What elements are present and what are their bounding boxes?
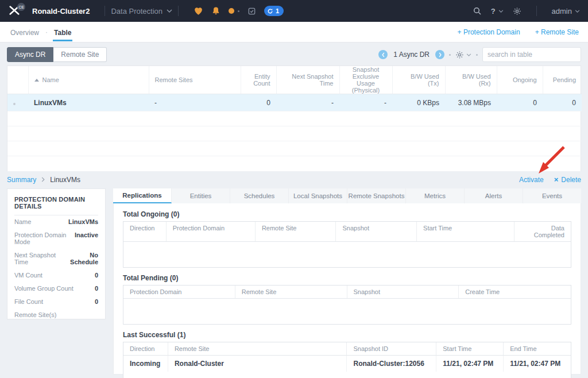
col-snapshot-id: Snapshot ID [347,342,436,355]
col-bw-used-tx[interactable]: B/W Used (Tx) [392,66,445,94]
chevron-down-icon [167,9,172,13]
nutanix-logo[interactable]: CE [8,4,25,18]
col-remote-site: Remote Site [168,342,347,355]
delete-button[interactable]: ×Delete [554,175,581,184]
app-menu-label: Data Protection [111,7,163,16]
last-successful-row[interactable]: Incoming Ronald-Cluster Ronald-Cluster:1… [123,356,571,372]
cell-remote-sites: - [149,94,241,111]
table-toolbar: Async DR Remote Site 1 Async DR [7,47,581,62]
col-snapshot-exclusive-usage[interactable]: Snapshot Exclusive Usage (Physical) [339,66,392,94]
tab-table[interactable]: Table [53,23,72,41]
tasks-count: 1 [276,7,279,14]
details-row-next-snapshot: Next Snapshot Time No Schedule [14,249,98,269]
cell-snapshot-id: Ronald-Cluster:12056 [347,356,436,372]
top-bar: CE Ronald-Cluster2 Data Protection 1 [0,0,588,22]
col-start-time: Start Time [436,342,504,355]
col-remote-site: Remote Site [235,286,347,298]
total-pending-section: Total Pending (0) Protection Domain Remo… [123,274,571,325]
gear-icon [455,51,464,59]
total-ongoing-section: Total Ongoing (0) Direction Protection D… [123,210,571,268]
cell-bw-used-rx: 3.08 MBps [445,94,497,111]
async-dr-toggle[interactable]: Async DR [7,47,53,62]
tab-alerts[interactable]: Alerts [465,188,523,203]
add-protection-domain-link[interactable]: + Protection Domain [458,28,520,36]
last-successful-table: Direction Remote Site Snapshot ID Start … [123,342,571,378]
empty-row [7,111,582,126]
help-label: ? [491,7,496,16]
details-row-name: Name LinuxVMs [14,215,98,229]
col-next-snapshot-time[interactable]: Next Snapshot Time [276,66,339,94]
help-menu[interactable]: ? [491,7,504,16]
tab-schedules[interactable]: Schedules [230,188,289,203]
table-header-row: Direction Protection Domain Remote Site … [123,222,571,242]
table-search [482,47,581,62]
separator-dot [476,54,478,56]
remote-site-toggle[interactable]: Remote Site [53,47,107,62]
cell-start-time: 11/21, 02:47 PM [436,356,504,372]
tab-local-snapshots[interactable]: Local Snapshots [289,188,347,203]
cell-direction: Incoming [123,356,168,372]
pager-prev-button[interactable] [378,50,388,59]
cell-remote-site: Ronald-Cluster [168,356,347,372]
warning-dot-icon[interactable] [229,8,234,14]
details-row-vm-count: VM Count 0 [14,269,98,282]
chevron-down-icon [466,53,471,56]
row-gutter [7,94,28,111]
cell-bw-used-tx: 0 KBps [392,94,445,111]
cluster-name[interactable]: Ronald-Cluster2 [32,7,90,16]
tab-remote-snapshots[interactable]: Remote Snapshots [347,188,406,203]
chevron-down-icon [575,10,580,13]
details-row-volume-group-count: Volume Group Count 0 [14,282,98,295]
col-ongoing[interactable]: Ongoing [497,66,543,94]
tab-metrics[interactable]: Metrics [406,188,465,203]
app-menu-dropdown[interactable]: Data Protection [111,7,172,16]
protection-domain-details-panel: PROTECTION DOMAIN DETAILS Name LinuxVMs … [7,188,106,319]
alerts-bell-icon[interactable] [211,6,220,16]
col-name[interactable]: Name [28,66,149,94]
cell-entity-count: 0 [241,94,276,111]
tasks-badge[interactable]: 1 [264,6,284,16]
add-remote-site-link[interactable]: + Remote Site [535,28,579,36]
table-row-linuxvms[interactable]: LinuxVMs - 0 - - 0 KBps 3.08 MBps 0 0 [7,94,582,111]
breadcrumb-summary-link[interactable]: Summary [7,176,36,184]
activate-button[interactable]: Activate [519,176,544,184]
main-content: Async DR Remote Site 1 Async DR [0,43,588,378]
cell-pending: 0 [543,94,582,111]
table-search-input[interactable] [488,51,577,59]
last-successful-title: Last Successful (1) [123,331,571,339]
chevron-left-icon [381,52,385,57]
empty-row [7,126,582,141]
col-entity-count[interactable]: Entity Count [241,66,276,94]
col-bw-used-rx[interactable]: B/W Used (Rx) [445,66,497,94]
table-header-row: Protection Domain Remote Site Snapshot C… [123,286,571,299]
pager-next-button[interactable] [435,50,444,59]
col-protection-domain: Protection Domain [167,222,256,241]
col-direction: Direction [123,342,168,355]
detail-tabs: Replications Entities Schedules Local Sn… [113,188,581,203]
divider [536,6,537,16]
tab-entities[interactable]: Entities [172,188,230,203]
health-icon[interactable] [194,6,203,16]
search-icon[interactable] [473,6,482,16]
tab-overview[interactable]: Overview [9,23,40,41]
details-row-file-count: File Count 0 [14,295,98,308]
separator-dot [449,54,451,56]
table-settings-menu[interactable] [455,51,471,59]
total-pending-table: Protection Domain Remote Site Snapshot C… [123,285,571,325]
separator-dot: · [45,28,48,36]
user-menu[interactable]: admin [552,7,580,16]
col-data-completed: Data Completed [514,222,571,241]
table-body-padding [123,372,571,378]
cell-name: LinuxVMs [28,94,149,111]
details-row-remote-sites: Remote Site(s) [14,308,98,322]
tab-replications[interactable]: Replications [113,188,172,203]
protection-domain-table: Name Remote Sites Entity Count Next Snap… [7,65,581,171]
sort-asc-icon [34,79,39,82]
tab-events[interactable]: Events [523,188,581,203]
settings-gear-icon[interactable] [513,7,521,16]
col-remote-sites[interactable]: Remote Sites [149,66,241,94]
table-header-row: Direction Remote Site Snapshot ID Start … [123,342,571,356]
tasks-icon[interactable] [247,7,256,16]
detail-header-row: Summary LinuxVMs Activate ×Delete [7,171,581,188]
col-pending[interactable]: Pending [543,66,582,94]
